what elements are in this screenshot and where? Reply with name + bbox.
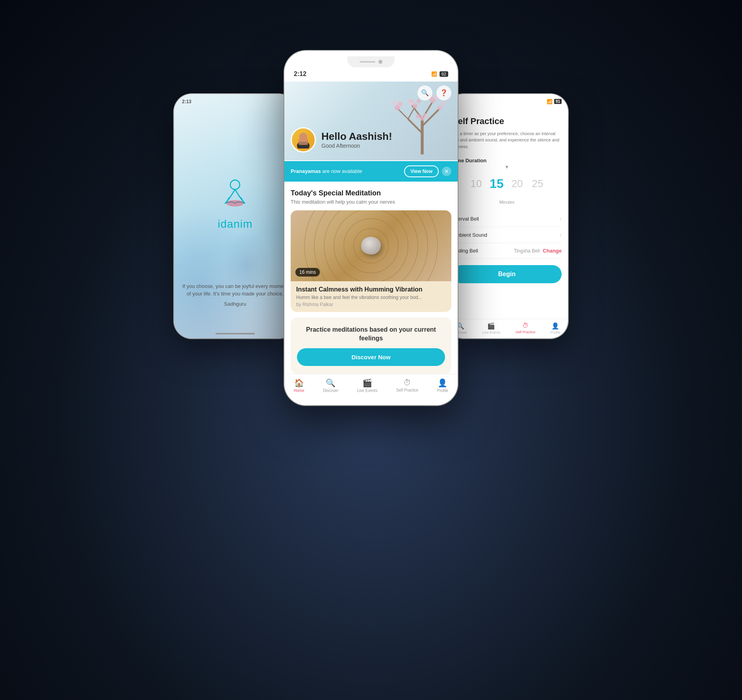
svg-point-20	[410, 102, 414, 106]
ending-bell-right: Tingsha Bell Change	[514, 248, 562, 254]
profile-icon: 👤	[438, 378, 447, 388]
right-live-label: Live Events	[482, 331, 501, 334]
time-option-20[interactable]: 20	[507, 170, 527, 197]
live-events-icon: 🎬	[362, 378, 372, 388]
wifi-icon: 📶	[431, 71, 437, 77]
feelings-section: Practice meditations based on your curre…	[291, 318, 451, 374]
nav-profile[interactable]: 👤 Profile	[437, 378, 448, 393]
center-phone-screen: 2:12 📶 92	[284, 51, 458, 405]
time-picker-arrow: ▼	[505, 164, 509, 170]
nav-self-practice[interactable]: ⏱ Self Practice	[396, 378, 418, 392]
right-battery-icon: 91	[554, 99, 562, 104]
interval-bell-chevron: ›	[560, 215, 562, 222]
self-practice-label: Self Practice	[396, 388, 418, 392]
ambient-sound-row[interactable]: Ambient Sound ›	[452, 227, 562, 243]
time-duration-label: Time Duration	[452, 158, 562, 163]
right-nav-self-practice[interactable]: ⏱ Self Practice	[516, 322, 536, 334]
right-phone: 📶 91 Self Practice Set a timer as per yo…	[446, 94, 568, 338]
center-status-icons: 📶 92	[431, 71, 448, 77]
camera-notch	[347, 56, 395, 67]
right-nav-profile[interactable]: 👤 Profile	[550, 322, 560, 334]
live-events-label: Live Events	[357, 388, 378, 393]
center-bottom-nav: 🏠 Home 🔍 Discover 🎬 Live Events ⏱ Self P…	[284, 374, 458, 405]
left-status-bar: 2:13 ●●●	[182, 99, 296, 338]
right-content: Self Practice Set a timer as per your pr…	[446, 110, 568, 295]
svg-point-11	[392, 101, 397, 105]
greeting-hello: Hello Aashish!	[321, 130, 392, 143]
svg-point-10	[398, 101, 403, 106]
greeting-text: Hello Aashish! Good Afternoon	[321, 130, 392, 149]
user-avatar	[291, 127, 316, 152]
nav-discover[interactable]: 🔍 Discover	[323, 378, 338, 393]
scroll-content: Today's Special Meditation This meditati…	[284, 183, 458, 374]
change-button[interactable]: Change	[543, 248, 562, 254]
phones-container: 2:13 ●●● idanim If you choose	[154, 35, 588, 665]
help-button[interactable]: ❓	[436, 85, 451, 100]
ambient-sound-chevron: ›	[560, 232, 562, 238]
section-title: Today's Special Meditation	[291, 189, 451, 197]
meditation-card[interactable]: 16 mins Instant Calmness with Humming Vi…	[291, 210, 451, 312]
greeting-sub: Good Afternoon	[321, 143, 392, 149]
interval-bell-row[interactable]: Interval Bell ›	[452, 211, 562, 227]
center-time: 2:12	[294, 71, 306, 78]
discover-now-button[interactable]: Discover Now	[297, 348, 445, 366]
feelings-title: Practice meditations based on your curre…	[297, 325, 445, 343]
left-time: 2:13	[182, 99, 191, 338]
right-self-icon: ⏱	[522, 322, 529, 329]
time-option-15[interactable]: 15	[486, 170, 507, 197]
card-title: Instant Calmness with Humming Vibration	[296, 286, 446, 293]
card-author: by Rishma Palkar	[296, 302, 446, 307]
time-picker[interactable]: 10 15 20 25	[452, 170, 562, 197]
right-nav-live-events[interactable]: 🎬 Live Events	[482, 322, 501, 334]
svg-point-19	[441, 101, 446, 105]
banner-close-button[interactable]: ✕	[442, 167, 451, 176]
right-profile-label: Profile	[550, 331, 560, 334]
nav-home[interactable]: 🏠 Home	[294, 378, 304, 393]
card-body: Instant Calmness with Humming Vibration …	[291, 281, 451, 312]
right-wifi-icon: 📶	[547, 99, 553, 104]
home-icon: 🏠	[294, 378, 304, 388]
right-self-label: Self Practice	[516, 330, 536, 334]
ending-bell-row[interactable]: Ending Bell Tingsha Bell Change	[452, 243, 562, 259]
nav-live-events[interactable]: 🎬 Live Events	[357, 378, 378, 393]
time-option-25[interactable]: 25	[527, 170, 548, 197]
profile-label: Profile	[437, 388, 448, 393]
banner-suffix: are now available	[321, 168, 362, 174]
left-phone: 2:13 ●●● idanim If you choose	[174, 94, 296, 338]
svg-line-8	[408, 106, 415, 119]
speaker	[360, 61, 375, 63]
section-subtitle: This meditation will help you calm your …	[291, 199, 451, 205]
duration-badge: 16 mins	[295, 268, 320, 277]
banner-text: Pranayamas are now available	[291, 168, 401, 174]
meditation-card-image: 16 mins	[291, 210, 451, 281]
center-phone: 2:12 📶 92	[284, 51, 458, 405]
svg-rect-27	[299, 142, 308, 145]
search-button[interactable]: 🔍	[417, 85, 432, 100]
begin-button[interactable]: Begin	[452, 265, 562, 283]
right-status-bar: 📶 91	[452, 99, 562, 104]
right-live-icon: 🎬	[487, 322, 495, 330]
svg-point-18	[438, 105, 443, 110]
hero-icons: 🔍 ❓	[417, 85, 451, 100]
time-option-10[interactable]: 10	[466, 170, 486, 197]
camera-dot	[378, 60, 382, 64]
svg-line-3	[408, 119, 422, 133]
promo-banner: Pranayamas are now available View Now ✕	[284, 161, 458, 182]
battery-icon: 92	[440, 71, 448, 77]
hero-greeting: Hello Aashish! Good Afternoon	[291, 127, 392, 152]
right-profile-icon: 👤	[551, 322, 559, 330]
banner-view-now-button[interactable]: View Now	[404, 165, 439, 177]
hero-area: 🔍 ❓ Hello A	[284, 82, 458, 160]
card-description: Humm like a bee and feel the vibrations …	[296, 295, 446, 300]
time-picker-container: ▼ 10 15 20 25	[452, 170, 562, 197]
right-phone-screen: 📶 91 Self Practice Set a timer as per yo…	[446, 94, 568, 338]
right-page-title: Self Practice	[452, 116, 562, 126]
self-practice-icon: ⏱	[403, 378, 411, 387]
minutes-label: Minutes	[452, 200, 562, 204]
right-bottom-nav: 🔍 Discover 🎬 Live Events ⏱ Self Practice…	[446, 319, 568, 334]
right-status-icons: 📶 91	[547, 99, 562, 104]
zen-stone	[361, 237, 381, 254]
tingsha-label: Tingsha Bell	[514, 248, 540, 254]
center-status-bar: 2:12 📶 92	[284, 71, 458, 78]
discover-icon: 🔍	[326, 378, 336, 388]
